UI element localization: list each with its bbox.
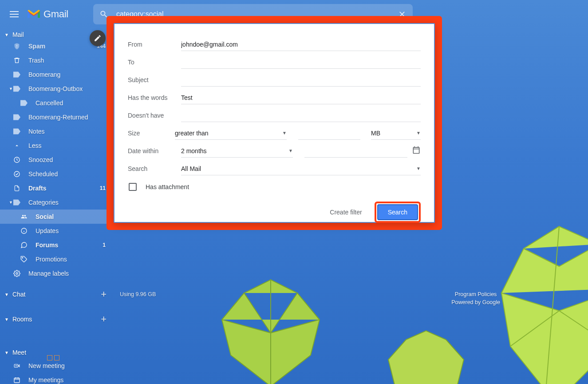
- label-icon: [12, 198, 21, 207]
- video-plus-icon: [12, 361, 21, 370]
- has-attachment-checkbox[interactable]: [129, 183, 137, 191]
- sidebar-item-scheduled[interactable]: Scheduled: [0, 167, 114, 181]
- info-icon: [20, 226, 28, 235]
- from-input[interactable]: [181, 38, 421, 51]
- spam-icon: [12, 42, 21, 51]
- size-label: Size: [128, 130, 175, 137]
- sidebar-item-boomerang-outbox[interactable]: ▼ Boomerang-Outbox: [0, 82, 114, 96]
- search-button[interactable]: Search: [377, 204, 418, 220]
- sidebar-item-label: Promotions: [36, 256, 67, 263]
- sidebar-item-label: Spam: [28, 43, 45, 50]
- scheduled-icon: [12, 170, 21, 178]
- plus-icon[interactable]: +: [101, 289, 109, 300]
- rooms-section-label: Rooms: [12, 316, 32, 323]
- sidebar-item-label: Manage labels: [28, 270, 69, 277]
- size-operator-value: greater than: [175, 130, 209, 137]
- sidebar-item-social[interactable]: Social: [0, 210, 114, 224]
- sidebar-item-notes[interactable]: Notes: [0, 124, 114, 139]
- sidebar-item-label: Forums: [36, 241, 58, 249]
- people-icon: [20, 212, 28, 221]
- chevron-down-icon: ▼: [9, 200, 13, 205]
- size-operator-select[interactable]: greater than ▼: [175, 127, 287, 140]
- drafts-icon: [12, 184, 21, 193]
- sidebar-item-label: Boomerang-Outbox: [28, 85, 83, 92]
- chevron-up-icon: [12, 141, 21, 150]
- pencil-icon: [94, 34, 102, 42]
- sidebar: ▼ Mail Spam 144 Trash Boomerang ▼ Boomer…: [0, 28, 114, 384]
- sidebar-item-manage-labels[interactable]: Manage labels: [0, 266, 114, 281]
- sidebar-item-my-meetings[interactable]: My meetings: [0, 373, 114, 384]
- gmail-logo[interactable]: Gmail: [27, 8, 68, 20]
- search-in-label: Search: [128, 165, 181, 172]
- label-icon: [20, 99, 28, 107]
- sidebar-item-label: New meeting: [28, 362, 65, 369]
- leaf-decoration: [364, 329, 488, 384]
- program-policies-link[interactable]: Program Policies: [451, 291, 500, 297]
- tag-icon: [20, 255, 28, 264]
- date-within-label: Date within: [128, 147, 181, 154]
- sidebar-item-label: Updates: [36, 227, 59, 234]
- sidebar-item-count: 11: [100, 185, 106, 191]
- chevron-down-icon: ▼: [9, 87, 13, 91]
- size-unit-select[interactable]: MB ▼: [371, 127, 421, 140]
- from-label: From: [128, 41, 181, 48]
- subject-input[interactable]: [181, 74, 421, 87]
- chat-section-header[interactable]: ▼ Chat +: [0, 286, 114, 303]
- calendar-picker-icon[interactable]: [412, 146, 421, 156]
- sidebar-item-count: 1: [103, 242, 106, 248]
- sidebar-item-label: Social: [36, 213, 54, 220]
- search-location-value: All Mail: [181, 165, 201, 172]
- sidebar-item-forums[interactable]: Forums 1: [0, 238, 114, 252]
- size-value-input[interactable]: [298, 127, 360, 140]
- chevron-down-icon: ▼: [4, 32, 9, 37]
- chevron-down-icon: ▼: [416, 131, 421, 135]
- chevron-down-icon: ▼: [4, 350, 9, 355]
- has-attachment-label: Has attachment: [146, 183, 189, 190]
- gmail-logo-icon: [27, 9, 41, 20]
- date-input[interactable]: [304, 145, 407, 158]
- gear-icon: [12, 269, 21, 278]
- to-input[interactable]: [181, 56, 421, 69]
- sidebar-item-trash[interactable]: Trash: [0, 53, 114, 67]
- label-icon: [12, 70, 21, 79]
- sidebar-item-snoozed[interactable]: Snoozed: [0, 153, 114, 167]
- label-icon: [12, 84, 21, 93]
- sidebar-item-label: Scheduled: [28, 170, 58, 178]
- has-words-input[interactable]: [181, 91, 421, 104]
- sidebar-item-boomerang-returned[interactable]: Boomerang-Returned: [0, 110, 114, 124]
- status-icons: [47, 355, 59, 360]
- sidebar-item-cancelled[interactable]: Cancelled: [0, 96, 114, 110]
- trash-icon: [12, 56, 21, 65]
- label-icon: [12, 113, 21, 122]
- plus-icon[interactable]: +: [101, 313, 109, 325]
- sidebar-item-label: Drafts: [28, 185, 46, 192]
- sidebar-item-boomerang[interactable]: Boomerang: [0, 67, 114, 82]
- main-menu-button[interactable]: [4, 4, 25, 25]
- powered-by-text: Powered by Google: [451, 299, 500, 305]
- svg-point-1: [14, 171, 20, 177]
- clock-icon: [12, 155, 21, 164]
- sidebar-item-label: Less: [28, 142, 42, 149]
- search-location-select[interactable]: All Mail ▼: [181, 162, 421, 175]
- search-filter-dialog: From To Subject Has the words Doesn't ha…: [114, 23, 435, 223]
- leaf-decoration: [493, 222, 588, 384]
- sidebar-item-label: Boomerang: [28, 71, 60, 78]
- sidebar-item-label: Trash: [28, 57, 44, 64]
- app-name: Gmail: [43, 8, 68, 20]
- compose-button[interactable]: [90, 30, 106, 46]
- sidebar-item-less[interactable]: Less: [0, 139, 114, 153]
- mail-section-label: Mail: [12, 31, 24, 38]
- has-words-label: Has the words: [128, 94, 181, 101]
- calendar-icon: [12, 376, 21, 384]
- sidebar-item-promotions[interactable]: Promotions: [0, 252, 114, 266]
- doesnt-have-input[interactable]: [181, 109, 421, 122]
- sidebar-item-categories[interactable]: ▼ Categories: [0, 195, 114, 210]
- rooms-section-header[interactable]: ▼ Rooms +: [0, 311, 114, 328]
- date-range-select[interactable]: 2 months ▼: [181, 145, 293, 158]
- sidebar-item-new-meeting[interactable]: New meeting: [0, 359, 114, 373]
- sidebar-item-updates[interactable]: Updates: [0, 224, 114, 238]
- chevron-down-icon: ▼: [288, 148, 293, 153]
- sidebar-item-drafts[interactable]: Drafts 11: [0, 181, 114, 195]
- date-range-value: 2 months: [181, 147, 207, 154]
- create-filter-button[interactable]: Create filter: [325, 205, 366, 219]
